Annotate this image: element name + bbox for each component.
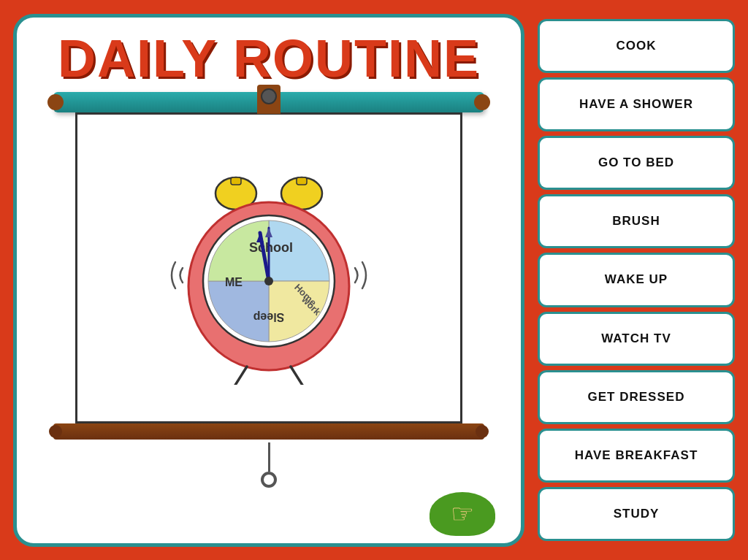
bottom-rail	[53, 423, 484, 440]
pull-cord	[268, 442, 270, 472]
main-panel: DAILY ROUTINE	[13, 14, 524, 547]
menu-panel: COOKHAVE A SHOWERGO TO BEDBRUSHWAKE UPWA…	[538, 14, 735, 547]
button-watch-tv[interactable]: WATCH TV	[538, 312, 735, 366]
presentation-board: School Home work Sleep ME	[42, 92, 495, 488]
button-have-breakfast[interactable]: HAVE BREAKFAST	[538, 429, 735, 483]
svg-rect-2	[231, 177, 241, 185]
pull-cord-wrap	[261, 442, 277, 488]
button-study[interactable]: STUDY	[538, 487, 735, 541]
bottom-rail-end-right	[476, 425, 489, 438]
svg-text:ME: ME	[225, 276, 243, 288]
board-hook	[257, 85, 280, 114]
finger-pointer-button[interactable]	[430, 492, 495, 536]
bottom-rail-end-left	[49, 425, 62, 438]
svg-line-16	[231, 367, 247, 385]
pull-ring	[261, 472, 277, 488]
svg-line-17	[291, 367, 307, 385]
button-brush[interactable]: BRUSH	[538, 194, 735, 248]
board-paper: School Home work Sleep ME	[75, 112, 462, 423]
svg-text:Sleep: Sleep	[253, 311, 284, 323]
svg-point-15	[264, 277, 273, 285]
button-have-a-shower[interactable]: HAVE A SHOWER	[538, 77, 735, 131]
button-get-dressed[interactable]: GET DRESSED	[538, 370, 735, 424]
clock-illustration: School Home work Sleep ME	[152, 151, 386, 385]
top-rail-area	[42, 92, 495, 112]
button-cook[interactable]: COOK	[538, 19, 735, 73]
rail-end-right	[474, 94, 490, 110]
svg-rect-3	[297, 177, 307, 185]
button-wake-up[interactable]: WAKE UP	[538, 253, 735, 307]
svg-text:School: School	[249, 240, 293, 255]
rail-end-left	[47, 94, 64, 110]
button-go-to-bed[interactable]: GO TO BED	[538, 136, 735, 190]
bottom-row	[42, 492, 495, 536]
page-title: DAILY ROUTINE	[58, 32, 480, 85]
